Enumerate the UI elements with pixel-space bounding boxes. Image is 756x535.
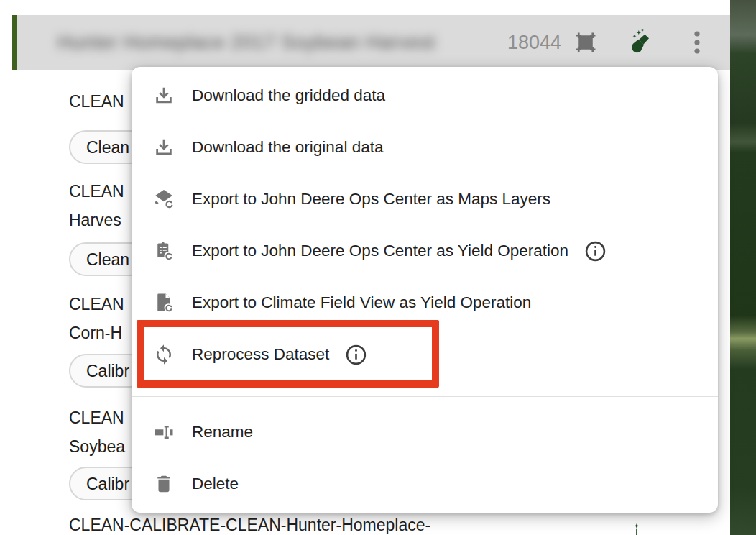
menu-item-export-jd-maps-layers[interactable]: Export to John Deere Ops Center as Maps … <box>132 173 718 225</box>
header-controls: 18044 <box>507 15 702 70</box>
dataset-header-bar: Hunter Homeplace 2017 Soybean Harvest 18… <box>12 15 730 70</box>
dataset-title-line2: Corn-H <box>69 324 122 343</box>
dataset-title: CLEAN <box>69 408 124 428</box>
dataset-title: CLEAN-CALIBRATE-CLEAN-Hunter-Homeplace- <box>69 516 430 535</box>
menu-item-label: Export to Climate Field View as Yield Op… <box>192 293 531 312</box>
menu-item-download-original[interactable]: Download the original data <box>132 122 718 173</box>
dataset-context-menu: Download the gridded data Download the o… <box>132 67 718 513</box>
menu-item-label: Reprocess Dataset <box>192 345 329 364</box>
clean-sweep-icon[interactable] <box>627 28 656 57</box>
menu-item-label: Delete <box>192 475 239 493</box>
menu-item-download-gridded[interactable]: Download the gridded data <box>132 70 718 122</box>
menu-item-label: Export to John Deere Ops Center as Maps … <box>192 190 550 209</box>
menu-item-label: Download the gridded data <box>192 86 385 105</box>
menu-item-export-jd-yield-operation[interactable]: Export to John Deere Ops Center as Yield… <box>132 225 718 277</box>
kebab-menu-icon[interactable] <box>692 28 702 57</box>
menu-item-delete[interactable]: Delete <box>132 458 718 510</box>
menu-item-rename[interactable]: Rename <box>132 406 718 458</box>
dataset-title: CLEAN <box>69 92 124 111</box>
menu-divider <box>132 396 718 397</box>
field-map-strip <box>730 0 756 535</box>
info-icon[interactable] <box>345 344 367 366</box>
menu-item-label: Download the original data <box>192 138 383 157</box>
delete-icon <box>153 473 175 495</box>
dataset-title: CLEAN <box>69 182 124 201</box>
sync-icon <box>153 344 175 365</box>
dataset-title-line2: Soybea <box>69 437 125 457</box>
info-icon[interactable] <box>584 240 607 262</box>
menu-item-label: Export to John Deere Ops Center as Yield… <box>192 242 568 260</box>
point-count: 18044 <box>507 32 561 54</box>
dataset-title: CLEAN <box>69 295 124 314</box>
rename-icon <box>153 421 175 443</box>
dataset-header-title: Hunter Homeplace 2017 Soybean Harvest <box>57 32 435 54</box>
menu-item-export-climate-field-view[interactable]: Export to Climate Field View as Yield Op… <box>132 277 718 329</box>
export-maps-layers-icon <box>153 188 175 210</box>
export-yield-operation-icon <box>153 240 175 262</box>
extent-square-icon[interactable] <box>573 29 599 55</box>
export-file-sync-icon <box>153 292 175 314</box>
download-icon <box>153 137 175 158</box>
menu-item-reprocess-dataset[interactable]: Reprocess Dataset <box>132 329 718 380</box>
menu-item-label: Rename <box>192 423 253 442</box>
clean-sparkle-icon <box>630 522 644 535</box>
download-icon <box>153 85 175 106</box>
dataset-title-line2: Harves <box>69 211 121 230</box>
